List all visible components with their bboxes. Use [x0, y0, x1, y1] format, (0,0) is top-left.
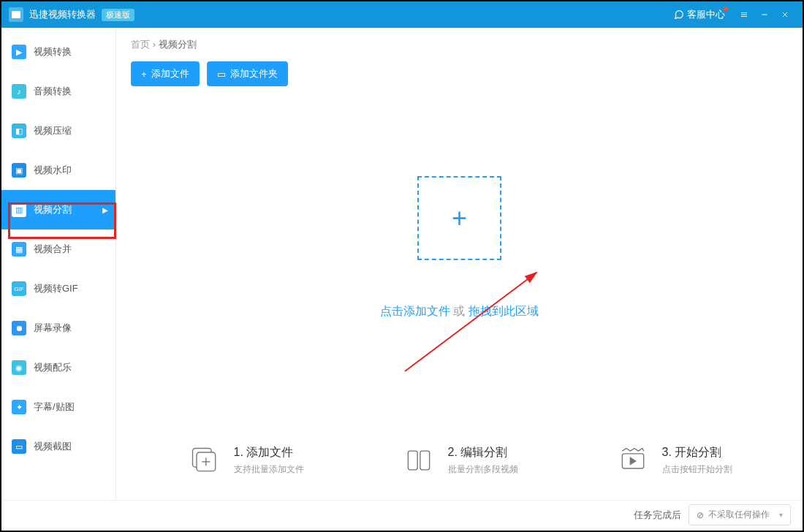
close-icon [781, 10, 789, 19]
sidebar-item-screen-record[interactable]: ⏺ 屏幕录像 [1, 308, 115, 348]
sidebar-item-label: 视频截图 [34, 440, 72, 453]
sidebar-item-label: 视频配乐 [34, 361, 72, 374]
drop-hint-text: 点击添加文件 或 拖拽到此区域 [380, 304, 539, 319]
step-title: 1. 添加文件 [234, 445, 304, 460]
sidebar-item-video-merge[interactable]: ▦ 视频合并 [1, 229, 115, 269]
drop-area[interactable]: + 点击添加文件 或 拖拽到此区域 [116, 96, 803, 428]
after-task-action-select[interactable]: ⊘ 不采取任何操作 ▾ [689, 504, 791, 525]
plus-icon: + [141, 69, 147, 80]
folder-icon: ▭ [217, 69, 226, 80]
breadcrumb-separator: › [153, 39, 156, 50]
step-3: 3. 开始分割 点击按钮开始分割 [615, 443, 732, 478]
close-button[interactable] [775, 4, 795, 25]
step-add-file-icon [187, 443, 222, 478]
step-title: 2. 编辑分割 [448, 445, 518, 460]
sidebar-item-video-to-gif[interactable]: GIF 视频转GIF [1, 269, 115, 308]
video-split-icon: ▥ [12, 202, 26, 217]
subtitle-icon: ✦ [12, 400, 26, 414]
add-file-label: 添加文件 [151, 67, 189, 80]
step-2: 2. 编辑分割 批量分割多段视频 [401, 443, 518, 478]
step-subtitle: 支持批量添加文件 [234, 463, 304, 476]
step-edit-split-icon [401, 443, 436, 478]
add-file-button[interactable]: + 添加文件 [131, 61, 200, 86]
sidebar-item-video-convert[interactable]: ▶ 视频转换 [1, 32, 115, 72]
sidebar-item-video-compress[interactable]: ◧ 视频压缩 [1, 111, 115, 151]
no-action-icon: ⊘ [697, 510, 704, 520]
breadcrumb-current: 视频分割 [159, 39, 197, 50]
sidebar-item-subtitle-sticker[interactable]: ✦ 字幕/贴图 [1, 387, 115, 427]
click-add-link[interactable]: 点击添加文件 [380, 305, 450, 317]
minimize-button[interactable] [754, 4, 775, 25]
breadcrumb: 首页 › 视频分割 [116, 28, 803, 58]
step-start-split-icon [615, 443, 651, 478]
video-compress-icon: ◧ [12, 123, 26, 138]
breadcrumb-home[interactable]: 首页 [131, 39, 150, 50]
plus-large-icon: + [452, 203, 467, 234]
add-folder-button[interactable]: ▭ 添加文件夹 [207, 61, 288, 86]
video-convert-icon: ▶ [12, 45, 26, 59]
or-text: 或 [450, 305, 469, 317]
sidebar-item-label: 视频合并 [34, 243, 72, 256]
sidebar-item-label: 视频水印 [34, 164, 72, 177]
toolbar: + 添加文件 ▭ 添加文件夹 [116, 58, 803, 96]
step-1: 1. 添加文件 支持批量添加文件 [187, 443, 304, 478]
steps-row: 1. 添加文件 支持批量添加文件 2. 编辑分割 批量分割多段视频 [116, 428, 803, 500]
menu-button[interactable] [734, 4, 754, 25]
step-title: 3. 开始分割 [662, 445, 732, 460]
sidebar-item-label: 屏幕录像 [34, 322, 72, 335]
svg-rect-11 [408, 451, 417, 470]
main-panel: 首页 › 视频分割 + 添加文件 ▭ 添加文件夹 + 点击添加 [115, 28, 803, 500]
footer-bar: 任务完成后 ⊘ 不采取任何操作 ▾ [3, 500, 801, 529]
chevron-right-icon: ▶ [102, 206, 108, 214]
svg-marker-14 [630, 457, 635, 464]
app-title: 迅捷视频转换器 [29, 8, 96, 21]
drag-here-link[interactable]: 拖拽到此区域 [469, 305, 539, 317]
svg-rect-12 [420, 451, 429, 470]
chat-icon [674, 10, 684, 20]
hamburger-icon [740, 10, 748, 19]
step-subtitle: 点击按钮开始分割 [662, 463, 732, 476]
sidebar-item-label: 字幕/贴图 [34, 400, 75, 414]
sidebar-item-video-split[interactable]: ▥ 视频分割 ▶ [1, 190, 115, 229]
screen-record-icon: ⏺ [12, 321, 26, 335]
sidebar-item-label: 视频分割 [34, 203, 72, 216]
step-subtitle: 批量分割多段视频 [448, 463, 518, 476]
sidebar-item-label: 视频压缩 [34, 124, 72, 137]
edition-badge: 极速版 [102, 9, 134, 21]
select-value: 不采取任何操作 [708, 509, 770, 521]
notification-dot-icon [724, 7, 728, 11]
screenshot-icon: ▭ [12, 439, 26, 454]
sidebar-item-video-watermark[interactable]: ▣ 视频水印 [1, 151, 115, 190]
sidebar-item-label: 音频转换 [34, 85, 72, 98]
sidebar-item-label: 视频转换 [34, 45, 72, 58]
sidebar-item-audio-convert[interactable]: ♪ 音频转换 [1, 72, 115, 111]
sidebar-item-label: 视频转GIF [34, 282, 78, 295]
video-music-icon: ◉ [12, 360, 26, 375]
sidebar-item-video-music[interactable]: ◉ 视频配乐 [1, 348, 115, 387]
drop-box[interactable]: + [417, 176, 501, 260]
minimize-icon [760, 10, 769, 19]
titlebar: 迅捷视频转换器 极速版 客服中心 [1, 1, 803, 28]
sidebar-item-video-screenshot[interactable]: ▭ 视频截图 [1, 427, 115, 466]
video-watermark-icon: ▣ [12, 163, 26, 178]
footer-label: 任务完成后 [634, 509, 681, 522]
app-logo-icon [9, 7, 23, 22]
video-merge-icon: ▦ [12, 242, 26, 256]
sidebar: ▶ 视频转换 ♪ 音频转换 ◧ 视频压缩 ▣ 视频水印 ▥ 视频分割 ▶ ▦ [1, 28, 115, 500]
gif-icon: GIF [12, 281, 26, 296]
support-center-button[interactable]: 客服中心 [674, 8, 725, 21]
audio-convert-icon: ♪ [12, 84, 26, 99]
support-label: 客服中心 [687, 8, 725, 21]
add-folder-label: 添加文件夹 [230, 67, 278, 80]
chevron-down-icon: ▾ [779, 511, 783, 519]
